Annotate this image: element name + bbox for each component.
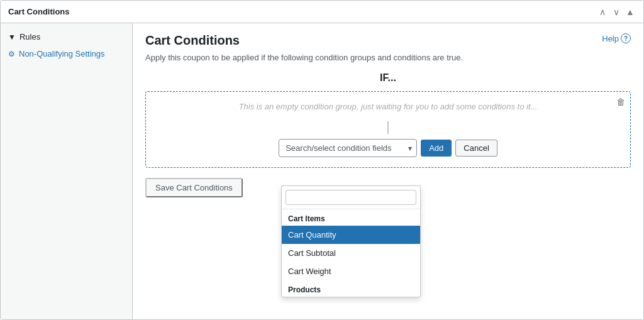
dropdown-search-box (282, 186, 420, 209)
gear-icon: ⚙ (8, 50, 15, 58)
filter-icon: ▼ (8, 33, 16, 41)
condition-select-wrapper: Search/select condition fields (279, 139, 417, 157)
dropdown-search-input[interactable] (286, 190, 416, 205)
delete-group-icon[interactable]: 🗑 (616, 97, 625, 107)
empty-condition-message: This is an empty condition group, just w… (239, 102, 538, 111)
dropdown-item-cart-quantity[interactable]: Cart Quantity (282, 226, 420, 244)
title-bar: Cart Conditions ∧ ∨ ▲ (1, 1, 643, 23)
dropdown-item-cart-subtotal[interactable]: Cart Subtotal (282, 244, 420, 262)
help-circle-icon: ? (621, 33, 631, 43)
dropdown-group-cart-items: Cart Items (282, 209, 420, 226)
page-title: Cart Conditions (145, 33, 240, 48)
dropdown-list: Cart Items Cart Quantity Cart Subtotal C… (282, 209, 420, 297)
condition-dropdown: Cart Items Cart Quantity Cart Subtotal C… (281, 185, 421, 297)
if-label: IF... (145, 72, 631, 84)
window-title: Cart Conditions (8, 7, 70, 16)
collapse-icon[interactable]: ∧ (597, 6, 608, 18)
description-text: Apply this coupon to be applied if the f… (145, 53, 631, 62)
connector-line (387, 121, 389, 134)
sidebar-item-rules-label: Rules (19, 32, 40, 41)
condition-controls: Search/select condition fields Add Cance… (279, 139, 497, 157)
help-label: Help (602, 34, 619, 43)
help-link[interactable]: Help ? (602, 33, 631, 43)
main-header: Cart Conditions Help ? (145, 33, 631, 48)
sidebar-item-non-qualifying-label: Non-Qualifying Settings (19, 49, 105, 58)
resize-icon[interactable]: ▲ (625, 6, 636, 18)
condition-group: 🗑 This is an empty condition group, just… (145, 91, 631, 168)
sidebar: ▼ Rules ⚙ Non-Qualifying Settings (1, 23, 133, 319)
expand-icon[interactable]: ∨ (611, 6, 622, 18)
dropdown-group-products: Products (282, 280, 420, 297)
dropdown-item-cart-weight[interactable]: Cart Weight (282, 262, 420, 280)
add-button[interactable]: Add (421, 140, 452, 157)
condition-select[interactable]: Search/select condition fields (279, 139, 417, 157)
cancel-button[interactable]: Cancel (455, 140, 497, 157)
sidebar-item-non-qualifying[interactable]: ⚙ Non-Qualifying Settings (1, 45, 132, 62)
sidebar-item-rules[interactable]: ▼ Rules (1, 28, 132, 45)
save-cart-conditions-button[interactable]: Save Cart Conditions (145, 178, 243, 197)
window-controls: ∧ ∨ ▲ (597, 6, 636, 18)
